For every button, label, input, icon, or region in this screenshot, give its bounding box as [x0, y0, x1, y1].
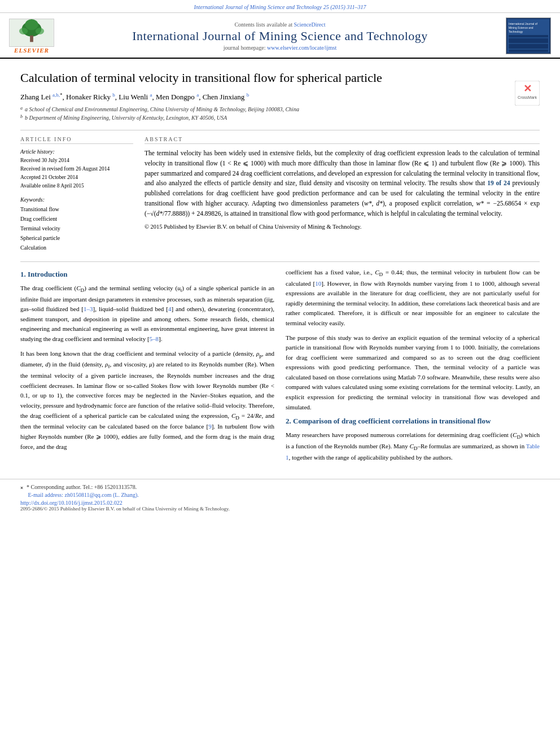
corresponding-mark: *: [60, 92, 63, 98]
affil-sup-b: b: [20, 113, 23, 122]
history-received: Received 30 July 2014: [20, 156, 133, 165]
article-footer: ⁎ * Corresponding author. Tel.: +86 1520…: [0, 479, 560, 515]
body-columns: 1. Introduction The drag coefficient (CD…: [20, 268, 540, 468]
ref-1-3[interactable]: 1–3: [84, 305, 93, 312]
body-right-col: coefficient has a fixed value, i.e., CD …: [286, 268, 540, 468]
section2-para1: Many researchers have proposed numerous …: [286, 430, 540, 462]
journal-cover-image: International Journal of Mining Science …: [506, 18, 551, 54]
abstract-text: The terminal velocity has been widely us…: [145, 148, 540, 219]
section1-para2: It has been long known that the drag coe…: [20, 349, 274, 452]
abstract-copyright: © 2015 Published by Elsevier B.V. on beh…: [145, 222, 540, 231]
affil-sup-a: a: [20, 105, 23, 113]
author-liu: Liu Wenli: [119, 93, 148, 101]
section1-para3: coefficient has a fixed value, i.e., CD …: [286, 268, 540, 329]
footnote-email-text[interactable]: E-mail address: zh0150811@qq.com (L. Zha…: [28, 492, 139, 498]
article-info-col: ARTICLE INFO Article history: Received 3…: [20, 136, 133, 252]
keyword-0: Transitional flow: [20, 204, 133, 214]
keywords-section: Keywords: Transitional flow Drag coeffic…: [20, 196, 133, 252]
history-accepted: Accepted 21 October 2014: [20, 173, 133, 182]
top-banner: International Journal of Mining Science …: [0, 0, 560, 13]
article-content: Calculation of terminal velocity in tran…: [0, 59, 560, 479]
author-zhang-lei: Zhang Lei: [20, 93, 51, 101]
section1-title: 1. Introduction: [20, 270, 274, 279]
ref-4[interactable]: 4: [168, 305, 172, 312]
section1-heading: Introduction: [28, 270, 68, 278]
history-label: Article history:: [20, 148, 133, 155]
doi-line: http://dx.doi.org/10.1016/j.ijmst.2015.0…: [20, 500, 540, 506]
elsevier-logo-image: [9, 19, 54, 47]
section1-para4: The purpose of this study was to derive …: [286, 333, 540, 413]
section2-number: 2.: [286, 417, 291, 425]
abstract-heading: ABSTRACT: [145, 136, 540, 144]
info-abstract-cols: ARTICLE INFO Article history: Received 3…: [20, 136, 540, 252]
ref-10[interactable]: 10: [315, 280, 321, 287]
elsevier-brand-label: ELSEVIER: [14, 47, 49, 54]
author-chen-sup: b: [247, 92, 250, 98]
elsevier-logo: ELSEVIER: [9, 19, 54, 54]
page: International Journal of Mining Science …: [0, 0, 560, 747]
footnote-corresponding: ⁎ * Corresponding author. Tel.: +86 1520…: [20, 484, 540, 490]
affil-line-b: b b Department of Mining Engineering, Un…: [20, 113, 540, 122]
sciencedirect-link[interactable]: ScienceDirect: [294, 21, 325, 28]
section2-title: 2. Comparison of drag coefficient correl…: [286, 417, 540, 426]
homepage-url[interactable]: www.elsevier.com/locate/ijmst: [267, 45, 336, 51]
svg-rect-3: [30, 35, 33, 42]
author-honaker-sup: b: [112, 92, 115, 98]
section1-para1: The drag coefficient (CD) and the termin…: [20, 283, 274, 344]
divider-top: [20, 130, 540, 130]
crossmark-badge[interactable]: ✕ CrossMark: [515, 81, 540, 108]
affil-text-a: a School of Chemical and Environmental E…: [25, 105, 299, 113]
svg-text:International Journal of: International Journal of: [509, 22, 537, 25]
svg-point-4: [19, 28, 28, 34]
ref-9[interactable]: 9: [208, 423, 212, 430]
ref-5-8[interactable]: 5–8: [150, 335, 159, 342]
footnote-star: ⁎: [20, 484, 23, 490]
keyword-1: Drag coefficient: [20, 214, 133, 224]
author-men-sup: a: [196, 92, 199, 98]
affil-text-b: b Department of Mining Engineering, Univ…: [25, 113, 227, 122]
banner-text: International Journal of Mining Science …: [194, 4, 366, 10]
article-title: Calculation of terminal velocity in tran…: [20, 70, 540, 86]
copyright-line: 2095-2686/© 2015 Published by Elsevier B…: [20, 506, 540, 512]
history-revised: Received in revised form 26 August 2014: [20, 165, 133, 173]
history-online: Available online 8 April 2015: [20, 182, 133, 190]
section1-number: 1.: [20, 270, 26, 278]
sciencedirect-line: Contents lists available at ScienceDirec…: [60, 21, 500, 28]
authors-line: Zhang Lei a,b,*, Honaker Ricky b, Liu We…: [20, 92, 540, 102]
svg-text:Mining Science and: Mining Science and: [509, 26, 533, 29]
author-liu-sup: a: [150, 92, 152, 98]
abstract-col: ABSTRACT The terminal velocity has been …: [145, 136, 540, 252]
svg-point-2: [25, 19, 38, 30]
svg-text:✕: ✕: [523, 83, 532, 94]
author-chen: Chen Jinxiang: [203, 93, 245, 101]
footnote-email: E-mail address: zh0150811@qq.com (L. Zha…: [20, 492, 540, 498]
article-info-heading: ARTICLE INFO: [20, 136, 133, 144]
homepage-prefix: journal homepage:: [224, 45, 267, 51]
journal-homepage: journal homepage: www.elsevier.com/locat…: [60, 45, 500, 51]
sciencedirect-prefix: Contents lists available at: [234, 21, 294, 28]
author-zhang-sup: a,b,: [53, 92, 60, 98]
keyword-4: Calculation: [20, 243, 133, 252]
abstract-highlight: 19 of 24: [487, 180, 510, 186]
author-honaker: Honaker Ricky: [66, 93, 111, 101]
journal-title-block: Contents lists available at ScienceDirec…: [60, 21, 500, 51]
svg-text:Technology: Technology: [509, 30, 523, 33]
divider-middle: [20, 261, 540, 262]
journal-main-title: International Journal of Mining Science …: [60, 29, 500, 43]
keyword-3: Spherical particle: [20, 233, 133, 243]
keywords-label: Keywords:: [20, 196, 133, 203]
body-left-col: 1. Introduction The drag coefficient (CD…: [20, 268, 274, 468]
email-label: [20, 492, 25, 498]
affil-line-a: a a School of Chemical and Environmental…: [20, 105, 508, 113]
footnote-corresponding-text: * Corresponding author. Tel.: +86 152013…: [27, 484, 137, 490]
keyword-2: Terminal velocity: [20, 224, 133, 233]
journal-header: ELSEVIER Contents lists available at Sci…: [0, 13, 560, 59]
affiliations: a a School of Chemical and Environmental…: [20, 105, 540, 122]
svg-text:CrossMark: CrossMark: [518, 95, 537, 99]
article-history: Article history: Received 30 July 2014 R…: [20, 148, 133, 191]
svg-point-5: [36, 28, 44, 34]
doi-text[interactable]: http://dx.doi.org/10.1016/j.ijmst.2015.0…: [20, 500, 123, 506]
section2-heading: Comparison of drag coefficient correlati…: [293, 417, 491, 425]
author-men: Men Dongpo: [156, 93, 195, 101]
